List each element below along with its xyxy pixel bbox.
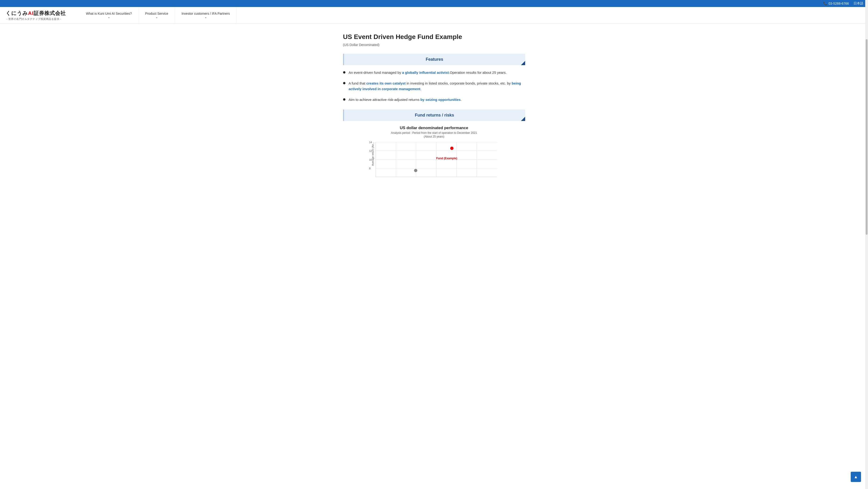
y-value: 12 <box>369 149 372 152</box>
nav-item-investor[interactable]: Investor customers / IFA Partners ▾ <box>175 7 237 24</box>
bullet-dot <box>343 98 345 100</box>
logo-subtitle: －世界の名門オルタナティブ投資商品を提供－ <box>6 17 74 21</box>
logo-part1: くにうみ <box>6 10 28 16</box>
list-item: Aim to achieve attractive risk-adjusted … <box>343 97 525 103</box>
chart-subtitle: Analysis period : Period from the start … <box>343 131 525 135</box>
chevron-down-icon: ▾ <box>108 16 110 19</box>
chevron-down-icon: ▾ <box>205 16 206 19</box>
y-value: 8 <box>369 167 371 170</box>
logo-area: くにうみAI証券株式会社 －世界の名門オルタナティブ投資商品を提供－ <box>0 7 80 24</box>
chart-title: US dollar denominated performance <box>343 126 525 130</box>
features-section-header: Features <box>343 54 525 65</box>
phone-icon: 📞 <box>823 2 827 5</box>
chart-period: (About 25 years) <box>343 135 525 138</box>
scrollbar[interactable] <box>865 0 868 191</box>
nav-label-investor: Investor customers / IFA Partners <box>182 12 230 16</box>
nav-label-what-is: What is Kuni Umi AI Securities? <box>86 12 132 16</box>
fund-returns-section-header: Fund returns / risks <box>343 110 525 121</box>
scrollbar-thumb[interactable] <box>866 39 868 191</box>
language-switcher[interactable]: 日本語 <box>854 1 863 6</box>
logo-text: くにうみAI証券株式会社 <box>6 10 74 17</box>
fund-example-dot <box>450 147 454 150</box>
chart-container: US dollar denominated performance Analys… <box>343 126 525 177</box>
y-axis-label: Average return (An... <box>371 142 374 168</box>
main-content: US Event Driven Hedge Fund Example (US D… <box>338 24 530 191</box>
main-nav: What is Kuni Umi AI Securities? ▾ Produc… <box>80 7 868 24</box>
list-item: An event-driven fund managed by a global… <box>343 70 525 76</box>
nav-item-what-is[interactable]: What is Kuni Umi AI Securities? ▾ <box>80 7 138 24</box>
y-value: 14 <box>369 141 372 144</box>
page-subtitle: (US Dollar Denominated) <box>343 43 525 47</box>
chart-area: 14 12 10 8 <box>375 142 497 177</box>
list-item: A fund that creates its own catalyst in … <box>343 81 525 92</box>
logo-part2: 証券株式会社 <box>34 10 66 16</box>
gray-dot <box>414 169 417 172</box>
feature-list: An event-driven fund managed by a global… <box>343 70 525 103</box>
y-value: 10 <box>369 158 372 161</box>
logo-ai: AI <box>28 10 34 16</box>
corner-arrow-icon <box>521 117 525 121</box>
header: くにうみAI証券株式会社 －世界の名門オルタナティブ投資商品を提供－ What … <box>0 7 868 24</box>
page-title: US Event Driven Hedge Fund Example <box>343 33 525 40</box>
bullet-dot <box>343 82 345 84</box>
top-bar: 📞 03-5288-6766 日本語 <box>0 0 868 7</box>
feature-text-1: An event-driven fund managed by a global… <box>349 70 507 76</box>
feature-text-3: Aim to achieve attractive risk-adjusted … <box>349 97 462 103</box>
v-grid-line <box>476 142 477 177</box>
phone-number: 📞 03-5288-6766 <box>823 2 849 5</box>
nav-item-product-service[interactable]: Product Service ▾ <box>138 7 175 24</box>
chart-wrap: Average return (An... 14 12 10 8 <box>343 142 525 177</box>
seizing-link[interactable]: by seizing opportunities <box>420 97 461 102</box>
activist-link[interactable]: a globally influential activist <box>402 70 449 75</box>
catalyst-link[interactable]: creates its own catalyst <box>366 81 405 85</box>
corner-arrow-icon <box>521 61 525 65</box>
bullet-dot <box>343 71 345 74</box>
nav-label-product-service: Product Service <box>145 12 168 16</box>
fund-example-label: Fund (Example) <box>436 157 457 160</box>
chevron-down-icon: ▾ <box>156 16 157 19</box>
feature-text-2: A fund that creates its own catalyst in … <box>349 81 525 92</box>
